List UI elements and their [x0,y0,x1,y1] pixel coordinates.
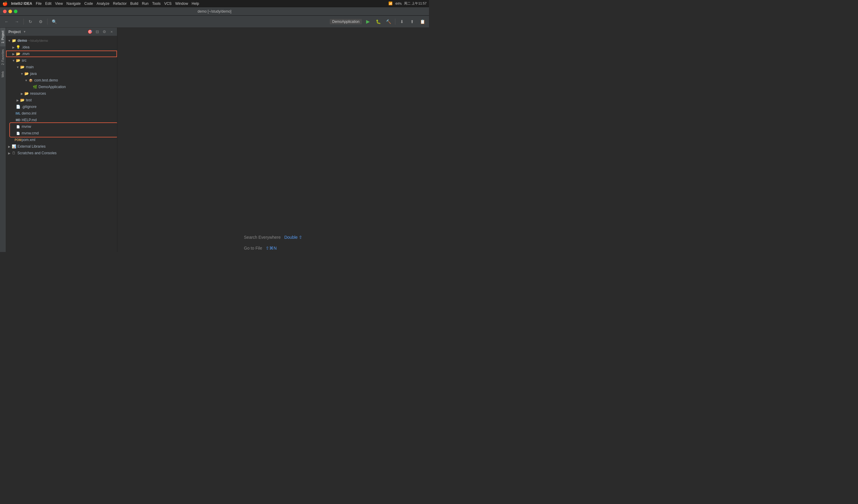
git-update-button[interactable]: ⬇ [398,17,406,26]
menu-edit[interactable]: Edit [45,1,51,6]
menu-navigate[interactable]: Navigate [66,1,81,6]
left-vertical-tabs: 1: Project 2: Favorites Web [0,28,6,252]
tree-item-test[interactable]: ▶ 📂 test [6,97,117,103]
tree-item-help-md[interactable]: ▶ MD HELP.md [6,117,117,123]
tree-item-mvnw[interactable]: ▶ 📄 mvnw [10,123,117,130]
tree-item-scratches[interactable]: ▶ 🗒 Scratches and Consoles [6,150,117,156]
editor-area: Search Everywhere Double ⇧ Go to File ⇧⌘… [117,28,429,252]
sidebar-item-web[interactable]: Web [0,68,5,80]
panel-settings-button[interactable]: ⚙ [101,29,107,35]
tree-item-demo-application[interactable]: ▶ 🌿 DemoApplication [6,84,117,90]
panel-dropdown-icon[interactable]: ▾ [24,30,26,34]
menu-build[interactable]: Build [130,1,138,6]
project-panel: Project ▾ 🎯 ⊟ ⚙ × ▼ 📁 demo ~/study/demo … [6,28,117,252]
tree-item-java[interactable]: ▼ 📂 java [6,70,117,77]
tree-item-pom-xml[interactable]: ▶ POM pom.xml [6,136,117,143]
panel-header: Project ▾ 🎯 ⊟ ⚙ × [6,28,117,36]
search-everywhere-shortcut: Double ⇧ [284,235,302,240]
titlebar: demo [~/study/demo] [0,7,429,16]
git-history-button[interactable]: 📋 [418,17,427,26]
menu-tools[interactable]: Tools [152,1,161,6]
file-tree: ▼ 📁 demo ~/study/demo ▶ 💡 .idea ▶ 📂 .mvn… [6,36,117,252]
menu-view[interactable]: View [55,1,63,6]
search-button[interactable]: 🔍 [50,17,58,26]
tree-item-demo[interactable]: ▼ 📁 demo ~/study/demo [6,37,117,44]
tree-item-gitignore[interactable]: ▶ 📄 .gitignore [6,103,117,110]
menubar-right: 📶 44% 周二 上午11:57 [388,1,427,6]
back-button[interactable]: ← [2,17,11,26]
tree-item-mvn[interactable]: ▶ 📂 .mvn [6,50,117,57]
run-button[interactable]: ▶ [364,17,372,26]
panel-title: Project [9,30,21,34]
menu-vcs[interactable]: VCS [164,1,172,6]
locate-file-button[interactable]: 🎯 [87,29,93,35]
goto-file-label: Go to File [244,246,262,250]
menu-window[interactable]: Window [175,1,188,6]
panel-header-actions: 🎯 ⊟ ⚙ × [87,29,115,35]
build-button[interactable]: 🔨 [384,17,393,26]
minimize-button[interactable] [9,10,12,13]
run-config-selector[interactable]: DemoApplication [330,19,362,25]
menu-help[interactable]: Help [192,1,199,6]
tree-item-mvnw-cmd[interactable]: ▶ 📄 mvnw.cmd [10,130,117,136]
debug-button[interactable]: 🐛 [374,17,382,26]
separator-3 [395,19,395,25]
tree-item-resources[interactable]: ▶ 📂 resources [6,90,117,97]
separator-1 [23,19,24,25]
tree-item-package[interactable]: ▼ 📦 com.test.demo [6,77,117,84]
menu-run[interactable]: Run [142,1,148,6]
tree-item-main[interactable]: ▼ 📂 main [6,64,117,70]
sidebar-item-project[interactable]: 1: Project [0,28,5,46]
forward-button[interactable]: → [13,17,21,26]
close-button[interactable] [3,10,6,13]
separator-2 [47,19,48,25]
git-push-button[interactable]: ⬆ [408,17,416,26]
tree-item-idea[interactable]: ▶ 💡 .idea [6,44,117,50]
mvnw-highlight-box: ▶ 📄 mvnw ▶ 📄 mvnw.cmd [10,123,117,136]
traffic-lights [3,10,17,13]
menu-refactor[interactable]: Refactor [113,1,127,6]
tree-item-external-libs[interactable]: ▶ 📊 External Libraries [6,143,117,150]
welcome-row-goto: Go to File ⇧⌘N [244,246,302,250]
refresh-button[interactable]: ↻ [26,17,35,26]
collapse-all-button[interactable]: ⊟ [94,29,100,35]
wifi-icon: 📶 [388,1,393,5]
window-title: demo [~/study/demo] [198,9,231,14]
tree-item-demo-iml[interactable]: ▶ IML demo.iml [6,110,117,117]
apple-menu[interactable]: 🍎 [2,1,7,6]
menu-file[interactable]: File [36,1,42,6]
menu-analyze[interactable]: Analyze [97,1,110,6]
welcome-content: Search Everywhere Double ⇧ Go to File ⇧⌘… [244,235,302,252]
app-name[interactable]: IntelliJ IDEA [11,1,32,6]
goto-file-shortcut: ⇧⌘N [266,246,276,250]
tree-item-src[interactable]: ▼ 📂 src [6,57,117,64]
settings-button[interactable]: ⚙ [36,17,45,26]
menu-code[interactable]: Code [84,1,93,6]
menubar: 🍎 IntelliJ IDEA File Edit View Navigate … [0,0,429,7]
battery-label: 44% [395,2,402,5]
sidebar-item-favorites[interactable]: 2: Favorites [0,46,5,68]
maximize-button[interactable] [14,10,17,13]
time-label: 周二 上午11:57 [404,1,427,6]
welcome-row-search: Search Everywhere Double ⇧ [244,235,302,240]
search-everywhere-label: Search Everywhere [244,235,281,240]
panel-close-button[interactable]: × [109,29,115,35]
toolbar: ← → ↻ ⚙ 🔍 DemoApplication ▶ 🐛 🔨 ⬇ ⬆ 📋 [0,16,429,28]
